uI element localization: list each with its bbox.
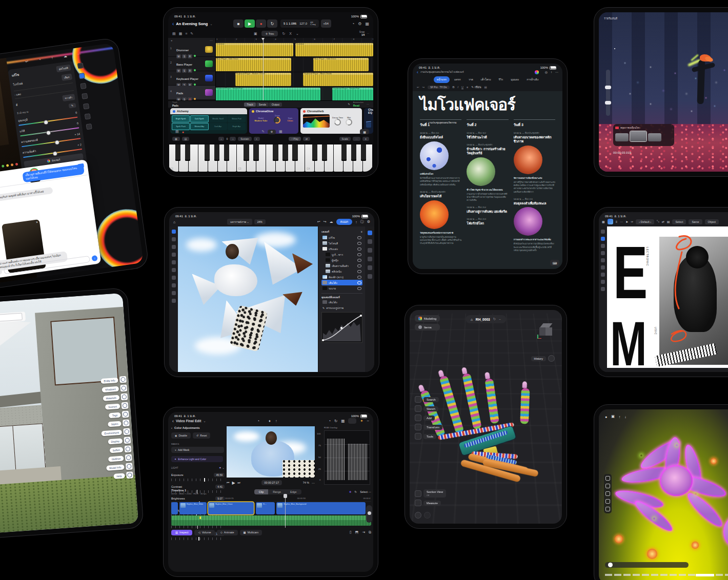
italic-button[interactable]: I [458, 86, 459, 89]
undo-icon[interactable]: ↩ [417, 86, 419, 89]
color-section[interactable]: สี [15, 103, 17, 107]
section-view-icon[interactable] [415, 490, 421, 497]
keyboard-toggle-icon[interactable]: ▦ [360, 129, 369, 134]
curves-graph[interactable] [321, 312, 362, 343]
visibility-icon[interactable] [357, 253, 361, 256]
pencil-icon[interactable]: ✎ [261, 130, 265, 134]
connect-icon[interactable]: ❖ [349, 490, 352, 493]
photoshop-canvas[interactable] [178, 226, 318, 372]
loops-icon[interactable]: ≡ [185, 32, 187, 35]
back-icon[interactable]: ‹ [172, 21, 174, 27]
model-info-button[interactable]: Model Info [106, 464, 125, 470]
viewer[interactable] [227, 426, 315, 478]
black-key[interactable] [322, 144, 327, 161]
heal-icon[interactable] [82, 93, 88, 99]
tab-sends[interactable]: Sends [256, 102, 269, 107]
sketch-icon[interactable] [415, 405, 421, 412]
minimize-icon[interactable]: − [367, 419, 369, 423]
track-header[interactable]: 3Keyboard PlayerMSR [168, 71, 215, 86]
tracks-view-icon[interactable]: ▤ [172, 32, 176, 36]
multicam-button[interactable]: ▦ Multicam [240, 530, 262, 535]
soften-icon[interactable] [125, 445, 132, 452]
sketch-button[interactable]: Sketch [423, 406, 438, 411]
tab-layout[interactable]: เค้าโครง [478, 76, 494, 83]
modeling-button[interactable]: Modeling [415, 315, 440, 322]
flip-icon[interactable]: ⇄ [662, 220, 664, 223]
clone-tool-icon[interactable] [172, 276, 176, 280]
share-icon[interactable]: ↑ [51, 56, 54, 60]
eraser-tool-icon[interactable] [172, 268, 176, 272]
visibility-icon[interactable] [357, 242, 361, 245]
soften-button[interactable]: Soften [109, 447, 123, 453]
image-map-row[interactable]: ✎ลากแบบรูปภาพ [321, 305, 362, 310]
send-button[interactable]: ↑ [91, 255, 97, 261]
more-icon[interactable]: ⋯ [77, 52, 82, 56]
extend-icon[interactable]: ⇥ [362, 530, 365, 534]
redo-icon[interactable]: ↪ [323, 220, 327, 224]
track-header-selected[interactable]: 4PadsMSR [168, 86, 215, 100]
gallery-icon[interactable]: ▦ [602, 220, 605, 223]
mic-icon[interactable]: ♦ [269, 419, 271, 423]
redo-icon[interactable]: ↪ [422, 86, 425, 89]
timer-icon[interactable]: ◔ [257, 419, 260, 423]
black-key[interactable] [244, 144, 249, 161]
visibility-icon[interactable] [357, 287, 361, 290]
add-button[interactable]: Add [423, 416, 435, 421]
region[interactable]: Keyboard Player - Simple Pad [332, 88, 373, 101]
export-button[interactable]: ส่งออก [336, 219, 353, 225]
edit-icon[interactable] [78, 73, 85, 79]
piano-keyboard[interactable]: C2 C3 C4 [168, 143, 373, 172]
visibility-icon[interactable] [357, 281, 361, 284]
copy-icon[interactable]: ▣ [254, 32, 257, 36]
color-wheel-icon[interactable] [535, 70, 539, 74]
add-attachment-button[interactable]: + [0, 269, 3, 275]
sustain-button[interactable]: Sustain [238, 137, 252, 141]
tags-icon[interactable] [122, 411, 129, 418]
bw-button[interactable]: ขาวดำ [62, 94, 75, 101]
display-button[interactable]: Display [108, 438, 123, 444]
node-tool-icon[interactable] [605, 507, 610, 511]
move-tool-icon[interactable] [601, 230, 605, 234]
animation-timeline-panel[interactable]: หยุดภาพเคลื่อนไหว [613, 124, 674, 147]
track-options-icon[interactable]: ⋯ [210, 38, 213, 42]
layers-icon[interactable] [368, 231, 372, 235]
transform-icon[interactable]: ⤡ [657, 220, 659, 223]
visibility-icon[interactable] [357, 236, 361, 239]
add-track-icon[interactable]: + [171, 39, 173, 42]
visibility-icon[interactable] [357, 276, 361, 279]
alchemy-pad[interactable]: Bright Synth [172, 115, 190, 122]
font-chip[interactable]: SF Pro · TH Dis [428, 86, 449, 89]
underline-button[interactable]: U [461, 86, 463, 89]
slider-exposure[interactable]: Exposure45.59 [171, 473, 225, 481]
volume-button[interactable]: ◁ Volume [194, 530, 214, 535]
save-icon[interactable]: ▣ [611, 415, 615, 419]
wet-knob[interactable] [346, 119, 352, 126]
black-key[interactable] [185, 144, 190, 161]
history-button[interactable]: History [531, 356, 546, 361]
document-canvas[interactable]: ไมโวแฟคเจอร์ งานประชุมสุดยอดนวัตกรรม วัน… [413, 91, 562, 269]
library-icon[interactable]: ▤ [175, 130, 179, 134]
materials-button[interactable]: Materials [103, 395, 119, 401]
node-icon[interactable]: ✑ [631, 220, 633, 223]
black-key[interactable] [312, 144, 317, 161]
layer-row[interactable]: คลิปหนีบ [321, 268, 362, 274]
brush-tool-icon[interactable] [172, 260, 176, 264]
download-icon[interactable]: ↓ [624, 415, 626, 419]
layer-row[interactable]: เติมความอิ่มตัว [321, 263, 362, 268]
entity-info-icon[interactable] [119, 376, 127, 383]
black-key[interactable] [341, 144, 347, 161]
record-icon[interactable]: ● [605, 415, 607, 419]
materials-icon[interactable] [120, 393, 128, 401]
section-view-button[interactable]: Section ViewOff [423, 489, 446, 498]
media-icon[interactable] [348, 418, 356, 424]
adjust-icon[interactable] [368, 239, 372, 244]
outliner-icon[interactable] [125, 454, 132, 461]
back-icon[interactable]: ‹ [172, 419, 174, 424]
brush-tool-icon[interactable] [601, 258, 605, 262]
lens-icon[interactable] [84, 113, 90, 119]
measure-icon[interactable] [415, 500, 421, 506]
surface-icon[interactable]: ⚙ [268, 130, 276, 134]
bold-button[interactable]: B [453, 86, 455, 89]
document-chip[interactable]: ⌂RH_0003↻− [466, 315, 506, 323]
frame-thumb-selected[interactable] [630, 131, 646, 141]
